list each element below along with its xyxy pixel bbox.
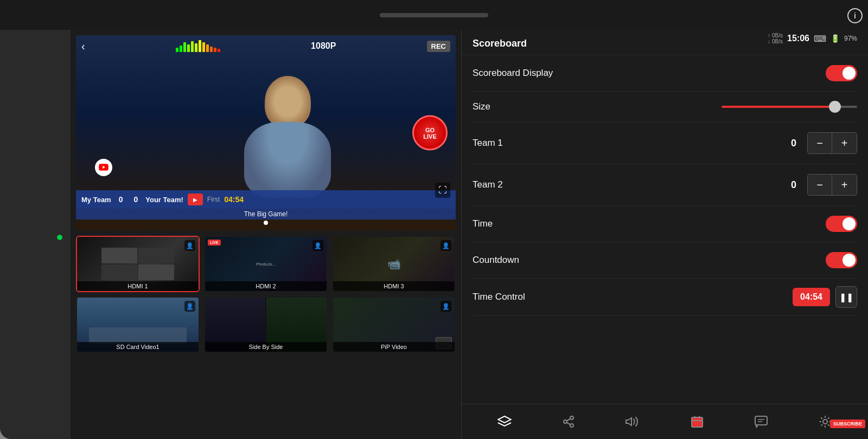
play-button-overlay[interactable]: ▶ [188,193,203,205]
countdown-row: Countdown [473,242,857,279]
info-button[interactable]: i [847,8,863,23]
dot-indicator [264,221,268,225]
svg-rect-5 [692,417,703,427]
person-body [244,122,331,198]
rec-badge: REC [427,41,450,52]
team1-score-value: 0 [786,138,802,149]
thumbnail-hdmi3[interactable]: 📹 👤 HDMI 3 [332,236,456,292]
team2-increment-button[interactable]: + [832,175,857,195]
thumb-person-icon-hdmi1: 👤 [184,240,195,251]
scoreboard-display-label: Scoreboard Display [473,68,553,79]
team1-score-controls: 0 − + [786,132,857,154]
toggle-knob-countdown [843,254,856,267]
team2-score-controls: 0 − + [786,174,857,196]
game-title-text: The Big Game! [244,210,288,218]
person-head [265,76,311,127]
person-silhouette [228,76,347,201]
time-row: Time [473,206,857,242]
video-preview: ‹ 1080P [76,35,456,230]
timer-overlay: 04:54 [224,195,244,204]
nav-layers-icon[interactable] [494,411,515,432]
back-button[interactable]: ‹ [81,40,85,53]
nav-calendar-icon[interactable] [686,411,708,432]
expand-button[interactable]: ⛶ [435,183,450,198]
device-frame: ↑ 0B/s ↓ 0B/s 15:06 ⌨ 🔋 97% i [0,0,868,439]
team2-decrement-button[interactable]: − [808,175,832,195]
time-display-button[interactable]: 04:54 [793,288,830,306]
main-content: ‹ 1080P [71,30,868,439]
team1-label: Team 1 [473,138,503,149]
scoreboard-overlay: My Team 0 0 Your Team! ▶ First 04:54 [76,190,456,209]
bottom-nav [462,404,868,439]
svg-rect-9 [755,416,767,425]
team1-score-overlay: 0 [119,195,123,204]
countdown-label: Countdown [473,255,519,266]
team1-btn-group: − + [807,132,857,154]
thumb-label-sdcard: SD Card Video1 [77,342,199,352]
battery-icon: 🔋 [831,34,840,43]
thumbnail-hdmi2[interactable]: LIVE PhotoJo... 👤 HDMI 2 [204,236,328,292]
time-control-row: Time Control 04:54 ❚❚ [473,279,857,316]
time-toggle[interactable] [826,216,857,232]
nav-volume-icon[interactable] [622,411,643,432]
nav-share-icon[interactable] [558,411,579,432]
right-panel: Scoreboard Scoreboard Display Size [461,30,868,439]
thumb-label-hdmi1: HDMI 1 [77,281,199,291]
svg-line-3 [567,418,571,421]
green-status-dot [57,235,62,240]
game-title-bar: The Big Game! [76,209,456,220]
status-bar: ↑ 0B/s ↓ 0B/s 15:06 ⌨ 🔋 97% [768,33,857,44]
team1-name-overlay: My Team [81,196,111,204]
device-time: 15:06 [787,34,809,43]
thumb-person-icon-pip: 👤 [441,301,451,312]
size-slider-track[interactable] [722,106,857,108]
thumb-person-icon-hdmi2: 👤 [312,240,323,251]
go-live-button[interactable]: GO LIVE [412,115,448,151]
size-label: Size [473,101,490,112]
team1-increment-button[interactable]: + [832,133,857,153]
scoreboard-display-toggle[interactable] [826,65,857,81]
network-up: ↑ 0B/s [768,33,783,38]
settings-list: Scoreboard Display Size Te [462,55,868,404]
toggle-knob-scoreboard [843,67,856,80]
network-speeds: ↑ 0B/s ↓ 0B/s [768,33,783,44]
team2-score-value: 0 [786,179,802,191]
resolution-badge: 1080P [311,41,336,51]
svg-point-12 [823,419,827,424]
time-label: Time [473,218,493,229]
youtube-icon[interactable] [95,159,112,176]
team1-decrement-button[interactable]: − [808,133,832,153]
time-control-actions: 04:54 ❚❚ [793,286,857,308]
keyboard-icon: ⌨ [814,34,826,44]
size-slider-thumb[interactable] [829,101,841,113]
pause-button[interactable]: ❚❚ [835,286,857,308]
thumbnail-pip[interactable]: 👤 PiP Video [332,296,456,353]
thumb-person-icon-hdmi3: 👤 [441,240,451,251]
battery-percent: 97% [844,35,857,42]
nav-chat-icon[interactable] [750,411,772,432]
subscribe-button[interactable]: SUBSCRIBE [830,419,865,428]
thumb-label-hdmi3: HDMI 3 [333,281,455,291]
audio-meter [176,40,220,52]
thumb-label-pip: PiP Video [333,342,455,352]
thumb-label-sidebyside: Side By Side [205,342,327,352]
countdown-toggle[interactable] [826,252,857,268]
device-topbar [0,0,868,30]
left-panel: ‹ 1080P [71,30,461,439]
svg-line-4 [567,422,571,424]
period-overlay: First [207,196,220,203]
video-topbar: ‹ 1080P [76,35,456,57]
thumb-person-icon-sdcard: 👤 [184,301,195,312]
time-control-label: Time Control [473,292,525,302]
dot-1 [264,221,268,225]
thumbnail-sdcard[interactable]: 👤 SD Card Video1 [76,296,200,353]
thumbnail-grid: 👤 HDMI 1 LIVE PhotoJo... 👤 HDMI 2 [76,236,456,353]
team2-label: Team 2 [473,179,503,190]
thumbnail-hdmi1[interactable]: 👤 HDMI 1 [76,236,200,292]
scoreboard-display-row: Scoreboard Display [473,55,857,92]
thumb-label-hdmi2: HDMI 2 [205,281,327,291]
device-notch [380,13,488,17]
team2-btn-group: − + [807,174,857,196]
network-down: ↓ 0B/s [768,38,783,44]
thumbnail-sidebyside[interactable]: Side By Side [204,296,328,353]
